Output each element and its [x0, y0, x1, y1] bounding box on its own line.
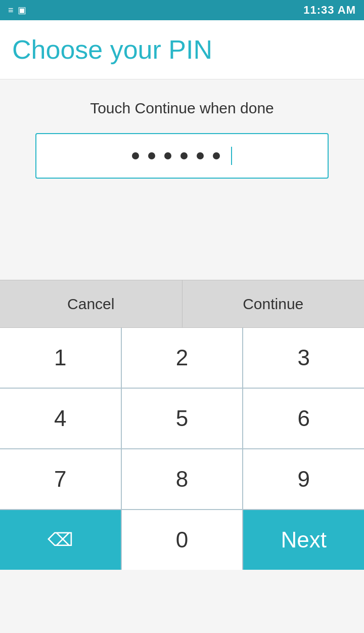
screen-icon: ▣: [18, 5, 26, 16]
status-time: 11:33 AM: [303, 4, 356, 17]
pin-dot-2: [148, 152, 155, 159]
pin-dot-4: [180, 152, 188, 159]
numpad-backspace-button[interactable]: ⌫: [0, 510, 121, 570]
numpad-key-7[interactable]: 7: [0, 449, 121, 509]
pin-dot-5: [197, 152, 204, 159]
main-content: Touch Continue when done: [0, 79, 364, 189]
cancel-button[interactable]: Cancel: [0, 280, 183, 327]
page-title: Choose your PIN: [12, 34, 352, 65]
status-bar: ≡ ▣ 11:33 AM: [0, 0, 364, 20]
numpad: 1 2 3 4 5 6 7 8 9 ⌫ 0 Next: [0, 328, 364, 570]
numpad-key-5[interactable]: 5: [122, 389, 243, 448]
status-bar-left: ≡ ▣: [8, 5, 26, 16]
action-buttons-row: Cancel Continue: [0, 280, 364, 328]
numpad-next-button[interactable]: Next: [243, 510, 364, 570]
numpad-key-0[interactable]: 0: [122, 510, 243, 570]
pin-dot-3: [164, 152, 171, 159]
numpad-key-9[interactable]: 9: [243, 449, 364, 509]
pin-dots: [132, 147, 232, 165]
pin-cursor: [231, 147, 232, 165]
instruction-text: Touch Continue when done: [90, 100, 274, 117]
pin-input-field[interactable]: [35, 133, 329, 179]
numpad-key-1[interactable]: 1: [0, 328, 121, 388]
backspace-icon: ⌫: [48, 529, 73, 551]
numpad-key-6[interactable]: 6: [243, 389, 364, 448]
pin-dot-1: [132, 152, 139, 159]
continue-button[interactable]: Continue: [183, 280, 365, 327]
pin-dot-6: [213, 152, 220, 159]
header: Choose your PIN: [0, 20, 364, 79]
numpad-key-3[interactable]: 3: [243, 328, 364, 388]
numpad-key-2[interactable]: 2: [122, 328, 243, 388]
menu-icon: ≡: [8, 5, 14, 16]
numpad-key-4[interactable]: 4: [0, 389, 121, 448]
numpad-key-8[interactable]: 8: [122, 449, 243, 509]
